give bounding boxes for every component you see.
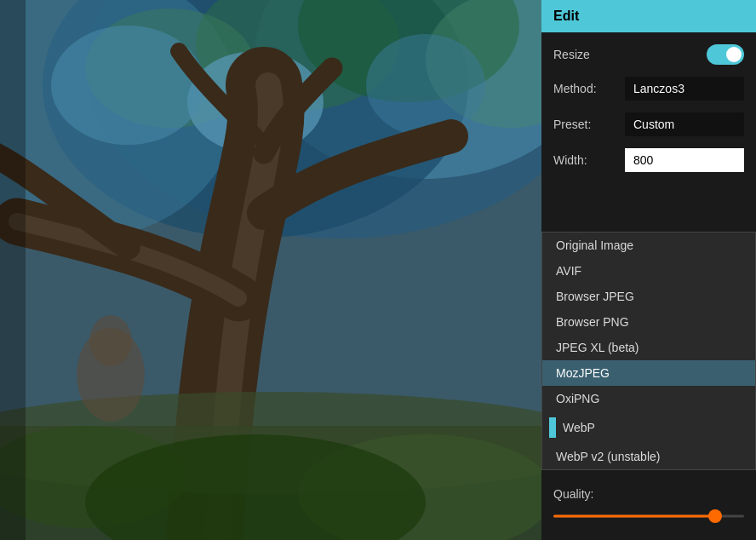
dropdown-item-browser-png[interactable]: Browser PNG — [542, 309, 755, 335]
dropdown-item-label: MozJPEG — [556, 366, 610, 380]
format-dropdown: Original ImageAVIFBrowser JPEGBrowser PN… — [541, 232, 756, 470]
slider-thumb[interactable] — [708, 509, 722, 523]
preset-label: Preset: — [553, 118, 591, 131]
resize-row: Resize — [553, 44, 744, 65]
dropdown-item-label: Browser JPEG — [556, 290, 634, 303]
width-row: Width: 800 — [553, 148, 744, 172]
dropdown-item-label: Original Image — [556, 238, 633, 252]
dropdown-item-jpeg-xl[interactable]: JPEG XL (beta) — [542, 335, 755, 360]
dropdown-item-avif[interactable]: AVIF — [542, 258, 755, 284]
svg-point-18 — [89, 315, 132, 366]
method-row: Method: Lanczos3 — [553, 77, 744, 101]
resize-toggle[interactable] — [707, 44, 744, 65]
preset-select[interactable]: Custom — [625, 112, 744, 136]
panel-title: Edit — [553, 9, 579, 23]
svg-rect-19 — [0, 0, 26, 540]
dropdown-item-oxipng[interactable]: OxiPNG — [542, 386, 755, 411]
dropdown-item-webp[interactable]: WebP — [542, 411, 755, 444]
width-input[interactable]: 800 — [625, 148, 744, 172]
dropdown-item-mozjpeg[interactable]: MozJPEG — [542, 360, 755, 386]
method-select[interactable]: Lanczos3 — [625, 77, 744, 101]
dropdown-item-label: WebP v2 (unstable) — [556, 450, 660, 463]
method-label: Method: — [553, 82, 597, 95]
svg-point-11 — [366, 34, 485, 136]
image-preview — [0, 0, 541, 540]
width-label: Width: — [553, 153, 587, 167]
quality-slider-container — [553, 508, 744, 525]
resize-label: Resize — [553, 48, 590, 61]
dropdown-item-label: JPEG XL (beta) — [556, 341, 639, 354]
dropdown-item-browser-jpeg[interactable]: Browser JPEG — [542, 284, 755, 309]
dropdown-item-label: OxiPNG — [556, 392, 599, 405]
edit-panel: Edit Resize Method: Lanczos3 Preset: Cus… — [541, 0, 756, 540]
dropdown-item-label: AVIF — [556, 264, 581, 278]
dropdown-item-label: Browser PNG — [556, 315, 629, 329]
quality-row: Quality: — [541, 480, 756, 531]
preset-row: Preset: Custom — [553, 112, 744, 136]
dropdown-item-webp-v2[interactable]: WebP v2 (unstable) — [542, 444, 755, 469]
quality-label: Quality: — [553, 487, 744, 501]
selection-indicator — [549, 417, 556, 438]
panel-header: Edit — [541, 0, 756, 32]
dropdown-item-original-image[interactable]: Original Image — [542, 233, 755, 258]
dropdown-item-label: WebP — [563, 421, 595, 434]
slider-fill — [553, 515, 715, 518]
panel-content: Resize Method: Lanczos3 Preset: Custom W… — [541, 32, 756, 184]
